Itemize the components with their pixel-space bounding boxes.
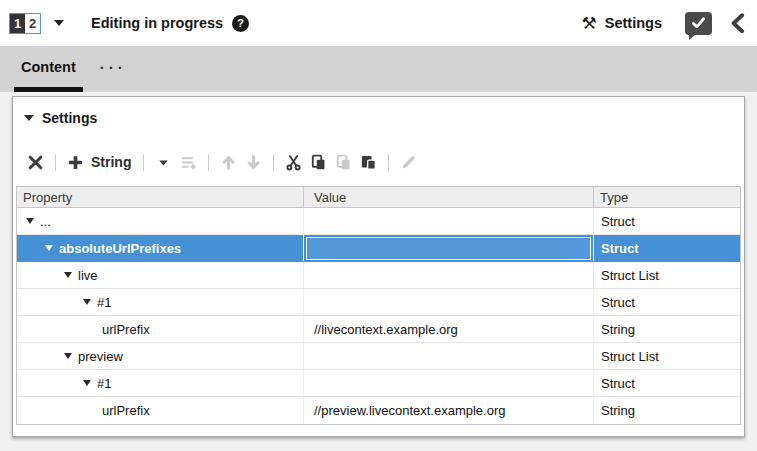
value-text: //preview.livecontext.example.org (314, 403, 505, 418)
property-cell: preview (17, 343, 303, 369)
value-cell (303, 208, 593, 234)
tab-content[interactable]: Content (14, 46, 83, 92)
property-name: absoluteUrlPrefixes (59, 241, 181, 256)
add-property-icon[interactable] (65, 152, 86, 173)
version-dropdown-caret-icon[interactable] (54, 20, 64, 26)
edit-icon (398, 152, 419, 173)
value-editor[interactable] (306, 237, 591, 260)
paste-special-icon[interactable] (358, 152, 379, 173)
type-cell: Struct (593, 370, 740, 396)
tab-strip: Content ··· (0, 46, 757, 92)
property-cell: urlPrefix (17, 316, 303, 342)
table-header-row: Property Value Type (17, 187, 740, 208)
type-text: Struct (601, 214, 635, 229)
value-cell (303, 370, 593, 396)
settings-tools-icon: ⚒ (582, 15, 597, 32)
version-other[interactable]: 2 (25, 14, 40, 33)
help-icon[interactable]: ? (232, 15, 249, 32)
property-name: urlPrefix (102, 322, 150, 337)
property-cell: absoluteUrlPrefixes (17, 235, 303, 261)
type-cell: Struct List (593, 262, 740, 288)
type-cell: String (593, 397, 740, 424)
property-cell: #1 (17, 370, 303, 396)
expand-caret-icon[interactable] (45, 245, 53, 251)
property-cell: ... (17, 208, 303, 234)
add-type-label[interactable]: String (91, 154, 131, 170)
type-text: String (601, 403, 635, 418)
property-cell: #1 (17, 289, 303, 315)
tab-content-label: Content (21, 59, 76, 75)
type-text: Struct List (601, 349, 659, 364)
settings-panel: Settings String Property Value Type ...S… (12, 96, 745, 437)
value-cell: //livecontext.example.org (303, 316, 593, 342)
table-row[interactable]: #1Struct (17, 370, 740, 397)
type-cell: Struct (593, 208, 740, 234)
property-cell: live (17, 262, 303, 288)
type-cell: Struct (593, 289, 740, 315)
table-row[interactable]: #1Struct (17, 289, 740, 316)
column-header-type[interactable]: Type (593, 187, 740, 207)
property-name: ... (40, 214, 51, 229)
table-row[interactable]: absoluteUrlPrefixesStruct (17, 235, 740, 262)
property-name: #1 (97, 376, 111, 391)
paste-icon (333, 152, 354, 173)
collapse-caret-icon[interactable] (24, 115, 34, 121)
approve-check-icon[interactable] (685, 12, 712, 35)
settings-label: Settings (605, 15, 662, 31)
column-header-property[interactable]: Property (17, 187, 303, 207)
property-name: live (78, 268, 98, 283)
version-badge[interactable]: 1 2 (9, 13, 41, 34)
toolbar-separator (273, 154, 274, 171)
header-actions: ⚒ Settings (582, 12, 745, 35)
table-row[interactable]: liveStruct List (17, 262, 740, 289)
value-cell (303, 262, 593, 288)
tab-overflow-button[interactable]: ··· (100, 46, 127, 92)
collapse-chevron-icon[interactable] (729, 13, 745, 34)
expand-caret-icon[interactable] (83, 299, 91, 305)
expand-caret-icon[interactable] (64, 272, 72, 278)
toolbar-separator (388, 154, 389, 171)
struct-table: Property Value Type ...StructabsoluteUrl… (16, 186, 741, 425)
property-name: urlPrefix (102, 403, 150, 418)
property-cell: urlPrefix (17, 397, 303, 424)
value-cell (303, 289, 593, 315)
remove-icon[interactable] (25, 152, 46, 173)
main-area: Settings String Property Value Type ...S… (0, 92, 757, 451)
value-cell (303, 235, 593, 261)
toolbar-separator (55, 154, 56, 171)
struct-toolbar: String (25, 147, 742, 177)
value-cell: //preview.livecontext.example.org (303, 397, 593, 424)
table-row[interactable]: ...Struct (17, 208, 740, 235)
value-text: //livecontext.example.org (314, 322, 458, 337)
app-header: 1 2 Editing in progress ? ⚒ Settings (0, 0, 757, 46)
cut-icon[interactable] (283, 152, 304, 173)
expand-caret-icon[interactable] (64, 353, 72, 359)
type-cell: Struct (593, 235, 740, 261)
type-text: Struct (601, 376, 635, 391)
property-name: #1 (97, 295, 111, 310)
version-current[interactable]: 1 (10, 14, 25, 33)
type-cell: String (593, 316, 740, 342)
table-row[interactable]: urlPrefix//livecontext.example.orgString (17, 316, 740, 343)
copy-icon[interactable] (308, 152, 329, 173)
type-text: Struct List (601, 268, 659, 283)
add-dropdown-caret-icon[interactable] (153, 152, 174, 173)
add-to-list-icon (178, 152, 199, 173)
column-header-value[interactable]: Value (303, 187, 593, 207)
settings-panel-title: Settings (42, 110, 97, 126)
expand-caret-icon[interactable] (83, 380, 91, 386)
move-down-icon (243, 152, 264, 173)
struct-table-body: ...StructabsoluteUrlPrefixesStructliveSt… (17, 208, 740, 424)
move-up-icon (218, 152, 239, 173)
settings-panel-header[interactable]: Settings (15, 97, 742, 126)
toolbar-separator (143, 154, 144, 171)
expand-caret-icon[interactable] (26, 218, 34, 224)
toolbar-separator (208, 154, 209, 171)
table-row[interactable]: urlPrefix//preview.livecontext.example.o… (17, 397, 740, 424)
type-text: String (601, 322, 635, 337)
property-name: preview (78, 349, 123, 364)
type-text: Struct (601, 295, 635, 310)
table-row[interactable]: previewStruct List (17, 343, 740, 370)
page-title: Editing in progress (91, 15, 223, 31)
type-text: Struct (601, 241, 639, 256)
